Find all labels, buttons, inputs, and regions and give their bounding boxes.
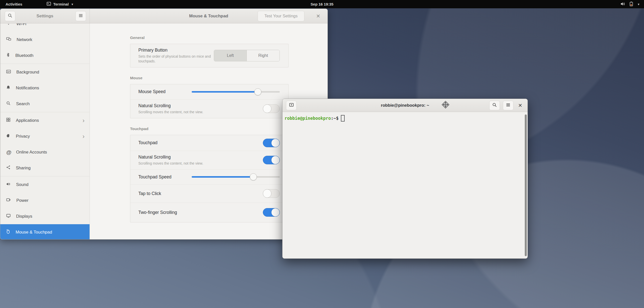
slider-fill bbox=[192, 176, 253, 178]
row-title: Touchpad bbox=[138, 140, 263, 145]
terminal-body[interactable]: robbie@pinebookpro:~$ bbox=[283, 112, 528, 259]
row-subtitle: Scrolling moves the content, not the vie… bbox=[138, 161, 244, 166]
battery-icon bbox=[629, 2, 633, 7]
terminal-headerbar[interactable]: robbie@pinebookpro: ~ ✕ bbox=[283, 99, 528, 112]
row-title: Primary Button bbox=[138, 48, 214, 53]
terminal-close-button[interactable]: ✕ bbox=[516, 102, 524, 109]
sidebar-item-bluetooth[interactable]: Bluetooth bbox=[0, 48, 90, 63]
touchpad-speed-row: Touchpad Speed bbox=[130, 169, 288, 184]
two-finger-scrolling-toggle[interactable] bbox=[263, 208, 280, 217]
slider-handle[interactable] bbox=[254, 88, 261, 95]
prompt-path: ~ bbox=[333, 116, 336, 121]
applications-grid-icon bbox=[6, 118, 10, 123]
volume-icon bbox=[620, 2, 625, 7]
settings-menu-button[interactable] bbox=[75, 11, 86, 21]
monitor-icon bbox=[6, 214, 11, 219]
chevron-right-icon: › bbox=[83, 133, 85, 140]
two-finger-scrolling-row: Two-finger Scrolling bbox=[130, 203, 288, 222]
settings-sidebar-header: Settings bbox=[0, 9, 90, 23]
sidebar-item-online-accounts[interactable]: @ Online Accounts bbox=[0, 144, 90, 160]
activities-label: Activities bbox=[6, 2, 22, 6]
primary-button-right[interactable]: Right bbox=[247, 50, 279, 61]
terminal-menu-button[interactable] bbox=[503, 101, 513, 110]
row-title: Two-finger Scrolling bbox=[138, 210, 263, 215]
terminal-scrollbar[interactable] bbox=[525, 114, 527, 256]
speaker-icon bbox=[6, 182, 11, 187]
touchpad-enable-toggle[interactable] bbox=[263, 139, 280, 147]
app-menu-terminal[interactable]: Terminal ▼ bbox=[43, 0, 78, 8]
mouse-natural-scrolling-row: Natural Scrolling Scrolling moves the co… bbox=[130, 99, 288, 118]
row-title: Touchpad Speed bbox=[138, 174, 184, 180]
activities-button[interactable]: Activities bbox=[0, 0, 28, 8]
touchpad-card: Touchpad Natural Scrolling Scrolling mov… bbox=[130, 135, 289, 222]
sidebar-item-privacy[interactable]: Privacy › bbox=[0, 128, 90, 144]
primary-button-row: Primary Button Sets the order of physica… bbox=[130, 44, 288, 67]
sidebar-item-wifi[interactable]: Wi-Fi bbox=[0, 23, 90, 32]
tap-to-click-toggle[interactable] bbox=[263, 189, 280, 198]
terminal-window: robbie@pinebookpro: ~ ✕ robbie@pinebookp… bbox=[282, 99, 528, 259]
terminal-search-button[interactable] bbox=[489, 101, 500, 110]
sidebar-separator bbox=[0, 112, 90, 112]
hamburger-menu-icon bbox=[506, 103, 510, 108]
settings-window: Settings Mouse & Touchpad Test Your Sett… bbox=[0, 9, 328, 240]
sidebar-item-network[interactable]: Network bbox=[0, 32, 90, 48]
mouse-speed-slider[interactable] bbox=[192, 88, 280, 95]
general-card: Primary Button Sets the order of physica… bbox=[130, 44, 289, 67]
toggle-knob bbox=[271, 156, 280, 164]
bluetooth-icon bbox=[6, 53, 10, 58]
primary-button-segment: Left Right bbox=[214, 50, 280, 61]
sidebar-item-sound[interactable]: Sound bbox=[0, 177, 90, 192]
tap-to-click-row: Tap to Click bbox=[130, 184, 288, 203]
search-icon bbox=[492, 103, 497, 108]
row-subtitle: Sets the order of physical buttons on mi… bbox=[138, 54, 214, 64]
share-icon bbox=[6, 165, 10, 171]
settings-panel-header: Mouse & Touchpad Test Your Settings ✕ bbox=[90, 9, 328, 23]
primary-button-left[interactable]: Left bbox=[214, 50, 247, 61]
battery-power-icon bbox=[6, 198, 11, 203]
sidebar-item-sharing[interactable]: Sharing bbox=[0, 160, 90, 176]
settings-headerbar[interactable]: Settings Mouse & Touchpad Test Your Sett… bbox=[0, 9, 328, 23]
section-title-general: General bbox=[130, 35, 328, 40]
mouse-move-cursor bbox=[441, 100, 450, 110]
toggle-knob bbox=[263, 104, 271, 113]
terminal-app-icon bbox=[47, 2, 51, 7]
app-menu-label: Terminal bbox=[53, 2, 69, 6]
toggle-knob bbox=[271, 208, 280, 217]
chevron-down-icon: ▼ bbox=[71, 3, 74, 6]
sidebar-item-mouse-touchpad[interactable]: Mouse & Touchpad bbox=[0, 224, 90, 240]
settings-close-button[interactable]: ✕ bbox=[314, 12, 322, 20]
touchpad-enable-row: Touchpad bbox=[130, 135, 288, 151]
prompt-symbol: $ bbox=[336, 116, 339, 121]
settings-sidebar: Wi-Fi Network Bluetooth Background bbox=[0, 23, 90, 240]
sidebar-item-applications[interactable]: Applications › bbox=[0, 112, 90, 128]
touchpad-natural-scrolling-toggle[interactable] bbox=[263, 156, 280, 164]
sidebar-item-power[interactable]: Power bbox=[0, 192, 90, 208]
mouse-card: Mouse Speed Natural Scrolling Scrolling … bbox=[130, 84, 289, 118]
hand-icon bbox=[6, 134, 10, 139]
mouse-icon bbox=[6, 229, 10, 235]
row-subtitle: Scrolling moves the content, not the vie… bbox=[138, 110, 244, 114]
sidebar-item-background[interactable]: Background bbox=[0, 64, 90, 80]
clock[interactable]: Sep 16 19:35 bbox=[311, 2, 334, 6]
sidebar-item-notifications[interactable]: Notifications bbox=[0, 80, 90, 96]
mouse-natural-scrolling-toggle[interactable] bbox=[263, 104, 280, 113]
row-title: Tap to Click bbox=[138, 191, 263, 196]
chevron-right-icon: › bbox=[83, 117, 85, 124]
search-icon bbox=[6, 101, 11, 107]
terminal-cursor bbox=[341, 115, 345, 122]
row-title: Natural Scrolling bbox=[138, 155, 263, 160]
wifi-icon bbox=[6, 23, 11, 26]
test-your-settings-button[interactable]: Test Your Settings bbox=[258, 11, 304, 21]
system-status-area[interactable]: ▼ bbox=[620, 0, 640, 8]
chevron-down-icon: ▼ bbox=[637, 3, 640, 6]
touchpad-speed-slider[interactable] bbox=[192, 173, 280, 180]
touchpad-natural-scrolling-row: Natural Scrolling Scrolling moves the co… bbox=[130, 151, 288, 169]
sidebar-separator bbox=[0, 176, 90, 176]
sidebar-item-search[interactable]: Search bbox=[0, 96, 90, 112]
bell-icon bbox=[6, 85, 10, 91]
sidebar-item-displays[interactable]: Displays bbox=[0, 208, 90, 224]
section-title-mouse: Mouse bbox=[130, 76, 328, 80]
toggle-knob bbox=[263, 189, 271, 198]
slider-handle[interactable] bbox=[250, 173, 257, 180]
prompt-user-host: robbie@pinebookpro bbox=[285, 116, 331, 121]
